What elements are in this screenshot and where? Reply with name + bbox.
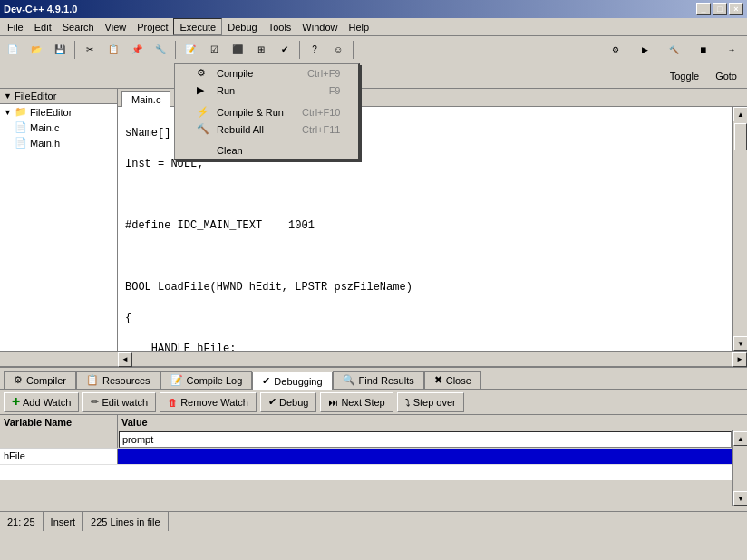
compile-menu-label: Compile <box>217 68 253 79</box>
menu-compile[interactable]: ⚙ Compile Ctrl+F9 <box>175 64 358 82</box>
code-line <box>125 249 740 265</box>
save-button[interactable]: 💾 <box>49 39 71 61</box>
about-btn[interactable]: ☺ <box>327 39 349 61</box>
compile-run-shortcut: Ctrl+F10 <box>302 107 341 118</box>
rebuild-label: Rebuild All <box>217 124 264 135</box>
tab-label: Debugging <box>274 376 322 387</box>
prompt-input[interactable] <box>119 431 732 448</box>
tb7[interactable]: ⬛ <box>227 39 248 61</box>
remove-watch-label: Remove Watch <box>180 397 248 408</box>
build-btn[interactable]: 🔨 <box>660 39 687 61</box>
menu-debug[interactable]: Debug <box>222 18 262 35</box>
status-mode: Insert <box>44 512 84 531</box>
menu-rebuild[interactable]: 🔨 Rebuild All Ctrl+F11 <box>175 121 358 138</box>
file-icon: 📄 <box>15 137 27 149</box>
tb8[interactable]: ⊞ <box>250 39 272 61</box>
file-icon: 📄 <box>15 121 27 133</box>
paste-button[interactable]: 📌 <box>126 39 148 61</box>
compile-btn[interactable]: ⚙ <box>602 39 629 61</box>
remove-watch-icon: 🗑 <box>168 397 178 408</box>
menu-edit[interactable]: Edit <box>29 18 57 35</box>
tree-main-h[interactable]: 📄 Main.h <box>0 135 117 150</box>
vertical-scrollbar[interactable]: ▲ ▼ <box>732 107 747 351</box>
debug-btn-icon: ✔ <box>268 396 276 408</box>
code-line <box>125 188 740 203</box>
horizontal-scrollbar[interactable]: ◄ ► <box>118 352 747 366</box>
sep4 <box>353 41 354 59</box>
tab-compile-log[interactable]: 📝 Compile Log <box>160 371 253 389</box>
menu-view[interactable]: View <box>100 18 132 35</box>
tab-find-results[interactable]: 🔍 Find Results <box>333 371 424 389</box>
cut-button[interactable]: ✂ <box>79 39 101 61</box>
tree-main-c[interactable]: 📄 Main.c <box>0 120 117 135</box>
close-button[interactable]: × <box>729 3 743 15</box>
watch-table-scrollbar[interactable]: ▲ ▼ <box>732 431 747 506</box>
tab-close[interactable]: ✖ Close <box>424 371 481 389</box>
menu-window[interactable]: Window <box>296 18 343 35</box>
goto-btn[interactable]: → <box>718 39 745 61</box>
menu-help[interactable]: Help <box>343 18 374 35</box>
menu-file[interactable]: File <box>2 18 29 35</box>
goto-button[interactable]: Goto <box>709 68 743 84</box>
minimize-button[interactable]: _ <box>696 3 711 15</box>
tab-compiler[interactable]: ⚙ Compiler <box>4 371 76 389</box>
tab-resources[interactable]: 📋 Resources <box>76 371 160 389</box>
menu-run[interactable]: ▶ Run F9 <box>175 82 358 99</box>
menu-execute[interactable]: Execute <box>173 18 222 35</box>
edit-watch-label: Edit watch <box>102 397 148 408</box>
watch-row-hfile: hFile <box>0 449 747 465</box>
menu-search[interactable]: Search <box>57 18 100 35</box>
status-bar: 21: 25 Insert 225 Lines in file <box>0 511 747 531</box>
window-controls[interactable]: _ □ × <box>696 3 743 15</box>
next-step-button[interactable]: ⏭ Next Step <box>320 392 393 412</box>
maximize-button[interactable]: □ <box>713 3 727 15</box>
window-title: Dev-C++ 4.9.1.0 <box>4 4 77 14</box>
run-btn[interactable]: ▶ <box>631 39 658 61</box>
scroll-track[interactable] <box>733 121 747 336</box>
toggle-button[interactable]: Toggle <box>664 68 705 84</box>
collapse-icon[interactable]: ▼ <box>4 92 12 101</box>
tb4[interactable]: 🔧 <box>150 39 171 61</box>
step-over-button[interactable]: ⤵ Step over <box>397 392 464 412</box>
menu-bar: File Edit Search View Project Execute De… <box>0 18 747 36</box>
edit-watch-button[interactable]: ✏ Edit watch <box>82 392 156 412</box>
sep1 <box>175 101 358 101</box>
copy-button[interactable]: 📋 <box>102 39 124 61</box>
rebuild-shortcut: Ctrl+F11 <box>302 124 341 135</box>
tab-main-c[interactable]: Main.c <box>121 91 170 107</box>
execute-dropdown: ⚙ Compile Ctrl+F9 ▶ Run F9 ⚡ Compile & R… <box>174 63 360 160</box>
tab-label: Compile Log <box>187 375 243 386</box>
help-btn[interactable]: ? <box>304 39 325 61</box>
scroll-right-button[interactable]: ► <box>732 352 747 367</box>
open-button[interactable]: 📂 <box>25 39 47 61</box>
watch-scroll-down[interactable]: ▼ <box>733 491 747 506</box>
tb9[interactable]: ✔ <box>274 39 296 61</box>
stop-btn[interactable]: ⏹ <box>689 39 716 61</box>
tree-fileeditor[interactable]: ▼ 📁 FileEditor <box>0 104 117 120</box>
menu-tools[interactable]: Tools <box>263 18 297 35</box>
menu-compile-run[interactable]: ⚡ Compile & Run Ctrl+F10 <box>175 103 358 121</box>
main-area: ▼ FileEditor ▼ 📁 FileEditor 📄 Main.c 📄 M… <box>0 89 747 352</box>
menu-project[interactable]: Project <box>131 18 173 35</box>
tree-label: Main.h <box>30 138 60 149</box>
tab-debugging[interactable]: ✔ Debugging <box>252 372 332 390</box>
watch-table: Variable Name Value hFile <box>0 415 747 480</box>
sep3 <box>299 41 300 59</box>
debug-button[interactable]: ✔ Debug <box>260 392 316 412</box>
scroll-down-button[interactable]: ▼ <box>733 336 747 351</box>
remove-watch-button[interactable]: 🗑 Remove Watch <box>160 392 257 412</box>
watch-scroll-track[interactable] <box>733 446 747 491</box>
tb5[interactable]: 📝 <box>179 39 201 61</box>
new-button[interactable]: 📄 <box>2 39 24 61</box>
rebuild-icon: 🔨 <box>197 123 211 135</box>
scroll-thumb[interactable] <box>734 123 747 150</box>
tab-label: Compiler <box>26 375 66 386</box>
watch-table-header: Variable Name Value <box>0 415 747 430</box>
scroll-up-button[interactable]: ▲ <box>733 107 747 121</box>
menu-clean[interactable]: Clean <box>175 142 358 159</box>
tb6[interactable]: ☑ <box>203 39 225 61</box>
watch-scroll-up[interactable]: ▲ <box>733 431 747 446</box>
scroll-left-button[interactable]: ◄ <box>118 352 132 367</box>
add-watch-button[interactable]: ✚ Add Watch <box>4 392 79 412</box>
col-value: Value <box>118 415 732 430</box>
